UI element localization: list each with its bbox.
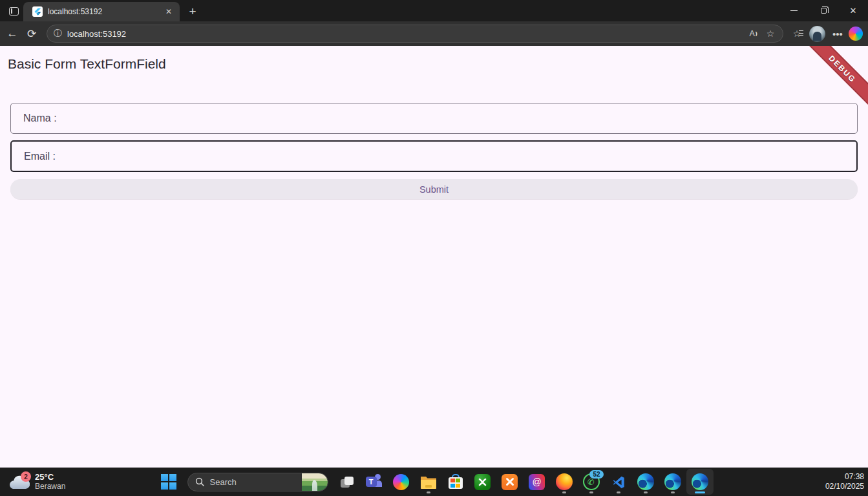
back-button[interactable]: ← [3, 24, 22, 43]
edge-button-2[interactable] [659, 469, 686, 495]
refresh-button[interactable]: ⟳ [22, 24, 41, 43]
condition-label: Berawan [35, 482, 65, 491]
laragon-icon: @ [529, 474, 545, 490]
address-bar[interactable]: ⓘ localhost:53192 A❫ ☆ [47, 25, 783, 43]
profile-avatar[interactable] [809, 26, 825, 42]
firefox-icon [556, 473, 573, 490]
microsoft-store-button[interactable] [442, 469, 469, 495]
xbox-button[interactable] [469, 469, 496, 495]
laragon-button[interactable]: @ [524, 469, 551, 495]
site-info-icon[interactable]: ⓘ [54, 28, 62, 39]
new-tab-button[interactable]: + [184, 3, 201, 20]
minimize-icon [790, 10, 798, 12]
close-window-button[interactable]: ✕ [838, 0, 868, 21]
read-aloud-wave: ❫ [754, 31, 758, 37]
start-button[interactable] [155, 469, 182, 495]
teams-button[interactable]: T [361, 469, 388, 495]
vscode-button[interactable] [605, 469, 632, 495]
weather-widget[interactable]: 2 25°C Berawan [0, 473, 65, 491]
taskbar-clock[interactable]: 07:38 02/10/2025 [825, 472, 868, 491]
windows-taskbar: 2 25°C Berawan Search T [0, 468, 868, 496]
file-explorer-icon [420, 475, 437, 489]
restore-button[interactable] [809, 0, 838, 21]
taskbar-search[interactable]: Search [187, 473, 328, 491]
teams-t-tile: T [366, 477, 377, 487]
browser-tab[interactable]: localhost:53192 ✕ [23, 2, 180, 21]
url-text[interactable]: localhost:53192 [67, 29, 745, 39]
edge-icon [692, 473, 708, 490]
firefox-button[interactable] [551, 469, 578, 495]
vscode-icon [611, 475, 626, 489]
whatsapp-badge: 52 [589, 470, 603, 479]
debug-banner-text: DEBUG [827, 54, 858, 85]
window-controls: ✕ [779, 0, 868, 21]
windows-logo-icon [161, 474, 176, 490]
edge-icon [664, 473, 681, 490]
tab-bar: localhost:53192 ✕ + ✕ [0, 0, 868, 21]
weather-notification-badge: 2 [21, 471, 31, 482]
search-icon [195, 477, 204, 486]
task-view-button[interactable] [333, 469, 361, 495]
tab-title: localhost:53192 [48, 7, 163, 16]
bing-daily-image [302, 473, 328, 491]
nama-field[interactable] [10, 103, 858, 134]
minimize-button[interactable] [779, 0, 809, 21]
read-aloud-letter: A [749, 29, 754, 38]
microsoft-store-icon [448, 474, 463, 490]
submit-button[interactable]: Submit [10, 179, 858, 199]
clock-date: 02/10/2025 [825, 482, 864, 491]
copilot-taskbar-button[interactable] [388, 469, 415, 495]
page-title: Basic Form TextFormField [8, 56, 166, 72]
weather-text: 25°C Berawan [35, 473, 65, 491]
whatsapp-button[interactable]: ✆ 52 [578, 469, 605, 495]
browser-window: localhost:53192 ✕ + ✕ ← ⟳ ⓘ localhost:53… [0, 0, 868, 496]
whatsapp-icon: ✆ 52 [583, 473, 600, 490]
cloud-icon: 2 [8, 473, 30, 491]
temperature-label: 25°C [35, 473, 65, 482]
browser-toolbar: ← ⟳ ⓘ localhost:53192 A❫ ☆ ☆ ••• [0, 21, 868, 46]
file-explorer-button[interactable] [415, 469, 442, 495]
favorites-hub-lines [799, 30, 803, 36]
edge-icon [637, 473, 654, 490]
restore-icon [821, 8, 827, 14]
xbox-icon [474, 474, 491, 490]
favorites-hub-icon[interactable]: ☆ [789, 26, 805, 41]
add-favorite-icon[interactable]: ☆ [762, 26, 779, 41]
copilot-icon [393, 474, 409, 490]
edge-button-1[interactable] [632, 469, 659, 495]
tab-actions-menu-icon[interactable] [5, 4, 22, 18]
more-options-icon[interactable]: ••• [829, 26, 846, 41]
xampp-icon [502, 474, 518, 490]
search-placeholder: Search [210, 477, 302, 487]
task-view-icon [341, 477, 354, 488]
teams-icon: T [366, 474, 383, 490]
read-aloud-icon[interactable]: A❫ [745, 26, 762, 41]
email-field[interactable] [10, 140, 858, 172]
edge-button-active[interactable] [686, 469, 714, 495]
flutter-favicon-icon [32, 6, 43, 17]
vertical-tabs-icon [9, 7, 19, 16]
clock-time: 07:38 [825, 472, 864, 482]
flutter-app-page: DEBUG Basic Form TextFormField Submit [0, 46, 868, 468]
copilot-icon[interactable] [849, 27, 863, 41]
xampp-button[interactable] [496, 469, 524, 495]
tab-close-icon[interactable]: ✕ [163, 6, 175, 17]
taskbar-center: Search T [155, 468, 714, 496]
